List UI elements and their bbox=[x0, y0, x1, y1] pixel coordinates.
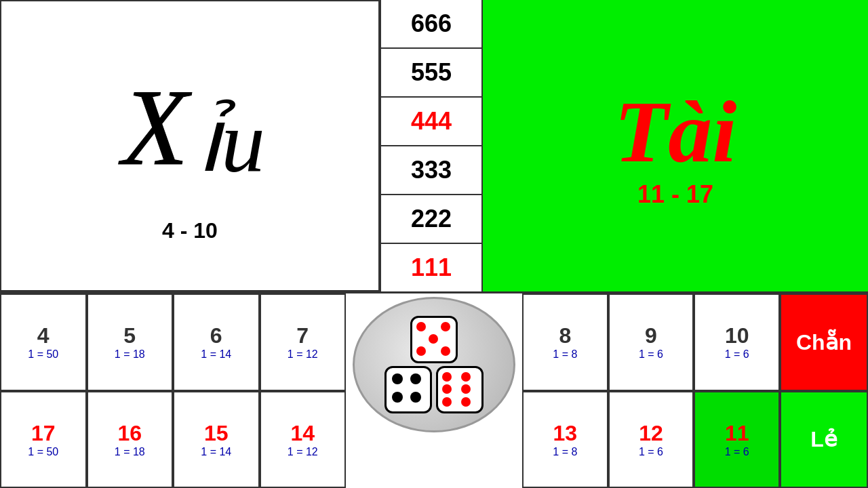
number-666[interactable]: 666 bbox=[381, 0, 481, 49]
svg-text:X: X bbox=[118, 67, 192, 188]
dot bbox=[461, 384, 471, 394]
dot-empty bbox=[441, 334, 450, 344]
bet-12[interactable]: 12 1 = 6 bbox=[608, 391, 694, 489]
bet-17[interactable]: 17 1 = 50 bbox=[0, 391, 87, 489]
dice-top-row bbox=[410, 316, 458, 363]
die-4-dots bbox=[387, 368, 430, 411]
bet-11[interactable]: 11 1 = 6 bbox=[694, 391, 780, 489]
dot bbox=[442, 372, 452, 382]
die-6-dots bbox=[438, 368, 481, 411]
bet-15[interactable]: 15 1 = 14 bbox=[173, 391, 260, 489]
number-grid: 666 555 444 333 222 111 bbox=[380, 0, 481, 291]
dot bbox=[416, 322, 426, 331]
xiu-panel: X ỉu 4 - 10 bbox=[0, 0, 380, 291]
xiu-title: X ỉu bbox=[81, 49, 298, 211]
die-top bbox=[410, 316, 458, 363]
right-betting-row-top: 8 1 = 8 9 1 = 6 10 1 = 6 bbox=[522, 293, 780, 391]
dot-center bbox=[429, 334, 438, 344]
dot bbox=[461, 372, 471, 382]
left-betting: 4 1 = 50 5 1 = 18 6 1 = 14 7 1 = 12 17 1… bbox=[0, 293, 346, 488]
bet-4[interactable]: 4 1 = 50 bbox=[0, 293, 87, 391]
xiu-range: 4 - 10 bbox=[162, 218, 218, 243]
dot bbox=[461, 397, 471, 407]
le-cell[interactable]: Lẻ bbox=[780, 391, 868, 489]
number-555[interactable]: 555 bbox=[381, 49, 481, 98]
bet-8[interactable]: 8 1 = 8 bbox=[522, 293, 608, 391]
bet-16[interactable]: 16 1 = 18 bbox=[87, 391, 174, 489]
die-bottom-right bbox=[436, 366, 484, 413]
bet-14[interactable]: 14 1 = 12 bbox=[260, 391, 347, 489]
dot-empty bbox=[416, 334, 426, 344]
betting-row-bottom: 17 1 = 50 16 1 = 18 15 1 = 14 14 1 = 12 bbox=[0, 391, 346, 489]
bet-6[interactable]: 6 1 = 14 bbox=[173, 293, 260, 391]
bet-9[interactable]: 9 1 = 6 bbox=[608, 293, 694, 391]
number-444[interactable]: 444 bbox=[381, 98, 481, 146]
chan-le-column: Chẵn Lẻ bbox=[780, 293, 868, 488]
tai-title: Tài bbox=[614, 83, 737, 180]
betting-row-top: 4 1 = 50 5 1 = 18 6 1 = 14 7 1 = 12 bbox=[0, 293, 346, 391]
number-222[interactable]: 222 bbox=[381, 195, 481, 244]
chan-cell[interactable]: Chẵn bbox=[780, 293, 868, 391]
bet-13[interactable]: 13 1 = 8 bbox=[522, 391, 608, 489]
dot bbox=[410, 392, 421, 403]
number-111[interactable]: 111 bbox=[381, 244, 481, 291]
bet-7[interactable]: 7 1 = 12 bbox=[260, 293, 347, 391]
number-333[interactable]: 333 bbox=[381, 146, 481, 195]
die-5-dots bbox=[412, 318, 456, 361]
right-betting: 8 1 = 8 9 1 = 6 10 1 = 6 13 1 = 8 12 1 =… bbox=[522, 293, 780, 488]
dot bbox=[410, 373, 421, 384]
bottom-section: 4 1 = 50 5 1 = 18 6 1 = 14 7 1 = 12 17 1… bbox=[0, 291, 868, 488]
svg-text:ỉu: ỉu bbox=[197, 92, 265, 190]
top-section: X ỉu 4 - 10 666 555 444 333 222 111 bbox=[0, 0, 868, 291]
tai-range: 11 - 17 bbox=[637, 180, 713, 209]
dot bbox=[442, 397, 452, 407]
dot bbox=[392, 373, 403, 384]
right-betting-row-bottom: 13 1 = 8 12 1 = 6 11 1 = 6 bbox=[522, 391, 780, 489]
tai-panel: Tài 11 - 17 bbox=[481, 0, 868, 291]
dot bbox=[392, 392, 403, 403]
center-dice-area bbox=[346, 293, 522, 488]
bet-5[interactable]: 5 1 = 18 bbox=[87, 293, 174, 391]
dot bbox=[441, 322, 450, 331]
dice-container bbox=[384, 316, 484, 413]
bet-10[interactable]: 10 1 = 6 bbox=[694, 293, 780, 391]
dot bbox=[416, 346, 426, 356]
dot-empty bbox=[429, 346, 438, 356]
dice-plate bbox=[353, 297, 515, 432]
dice-bottom-row bbox=[384, 366, 484, 413]
dot-empty bbox=[429, 322, 438, 331]
dot bbox=[442, 384, 452, 394]
die-bottom-left bbox=[384, 366, 432, 413]
dot bbox=[441, 346, 450, 356]
